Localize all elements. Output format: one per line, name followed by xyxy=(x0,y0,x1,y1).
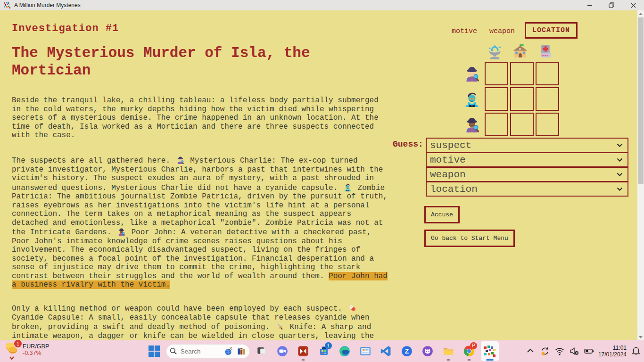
folder-icon xyxy=(442,345,454,357)
chevron-down-icon xyxy=(617,173,623,177)
restore-button[interactable] xyxy=(601,0,622,10)
media-app-button[interactable] xyxy=(294,341,312,361)
z-app-button[interactable]: Z xyxy=(398,341,416,361)
yarn-icon xyxy=(224,346,234,356)
system-settings-button[interactable] xyxy=(356,341,374,361)
grid-cell[interactable] xyxy=(536,87,559,111)
game-app-icon xyxy=(484,345,496,357)
svg-text:Z: Z xyxy=(405,348,409,355)
windows-logo-icon xyxy=(148,345,160,357)
guess-selects: suspect motive weapon location xyxy=(426,138,628,197)
dagger-icon xyxy=(275,322,284,331)
grid-cell[interactable] xyxy=(485,113,508,136)
task-view-button[interactable] xyxy=(253,341,271,361)
tray-time: 11:01 xyxy=(598,345,627,351)
battery-icon[interactable] xyxy=(584,346,594,356)
investigation-number: Investigation #1 xyxy=(12,23,119,34)
suspect-select-value: suspect xyxy=(430,140,471,151)
video-chat-icon xyxy=(276,345,289,357)
tab-motive[interactable]: motive xyxy=(452,27,477,35)
case-title: The Mysterious Murder of Isla, the Morti… xyxy=(12,44,342,79)
volume-muted-icon[interactable] xyxy=(569,346,579,356)
weather-finance-widget[interactable]: 1 EUR/GBP -0.37% xyxy=(5,342,49,358)
grid-cell[interactable] xyxy=(485,62,508,85)
detective-icon xyxy=(176,156,185,165)
suspects-paragraph: The suspects are all gathered here. Myst… xyxy=(12,156,390,289)
deduction-grid xyxy=(463,62,559,136)
tab-location-active[interactable]: LOCATION xyxy=(525,22,578,39)
red-x-app-icon xyxy=(297,345,309,357)
taskbar: 1 EUR/GBP -0.37% xyxy=(0,340,644,362)
vscode-button[interactable] xyxy=(377,341,395,361)
hidden-icons-chevron[interactable] xyxy=(525,346,536,356)
game-app-button-active[interactable] xyxy=(481,341,499,361)
grid-cell[interactable] xyxy=(536,113,559,136)
tray-date: 17/01/2024 xyxy=(598,351,627,358)
window-title: A Million Murder Mysteries xyxy=(14,2,81,8)
hospital-icon xyxy=(537,43,554,60)
wifi-icon[interactable] xyxy=(554,346,565,356)
task-view-icon xyxy=(256,345,268,357)
edge-button[interactable] xyxy=(336,341,354,361)
back-to-start-menu-button[interactable]: Go back to Start Menu xyxy=(424,230,515,247)
location-column-headers xyxy=(486,43,554,60)
sync-status-icon[interactable] xyxy=(540,346,550,356)
suspect-select[interactable]: suspect xyxy=(426,138,628,153)
weapons-paragraph: Only a killing method or weapon could ha… xyxy=(12,304,390,340)
grid-row-patricia xyxy=(463,87,559,111)
clock[interactable]: 11:01 17/01/2024 xyxy=(598,345,627,358)
search-box[interactable] xyxy=(166,344,250,359)
location-select-value: location xyxy=(430,184,478,195)
file-explorer-button[interactable] xyxy=(439,341,457,361)
pill-icon xyxy=(348,304,357,313)
chrome-profile-badge: P xyxy=(470,342,477,349)
z-app-icon: Z xyxy=(401,345,413,357)
grid-cell[interactable] xyxy=(536,62,559,85)
grid-cell[interactable] xyxy=(510,87,534,111)
running-indicator xyxy=(468,359,471,361)
books-icon xyxy=(237,346,246,356)
github-icon xyxy=(421,345,434,357)
github-button[interactable] xyxy=(419,341,437,361)
chat-app-button[interactable] xyxy=(273,341,291,361)
close-button[interactable] xyxy=(622,0,644,10)
fountain-icon xyxy=(486,43,504,60)
scroll-up-arrow[interactable] xyxy=(637,10,644,17)
control-panel-icon xyxy=(359,345,372,357)
down-caret-icon xyxy=(9,356,14,360)
school-icon xyxy=(512,43,529,60)
tab-weapon[interactable]: weapon xyxy=(489,27,515,35)
search-icon xyxy=(170,347,177,355)
weapons-lead: Only a killing method or weapon could ha… xyxy=(12,304,347,313)
chevron-down-icon xyxy=(617,143,623,148)
app-icon xyxy=(4,2,10,8)
grid-cell[interactable] xyxy=(510,113,534,136)
store-badge: 1 xyxy=(325,342,332,349)
scroll-down-arrow[interactable] xyxy=(637,334,644,340)
grid-row-john xyxy=(463,113,559,136)
location-select[interactable]: location xyxy=(426,181,628,197)
start-button[interactable] xyxy=(145,341,163,361)
minimize-button[interactable] xyxy=(579,0,601,10)
chrome-button[interactable]: P xyxy=(460,341,478,361)
accuse-button[interactable]: Accuse xyxy=(424,206,460,223)
chevron-down-icon xyxy=(617,158,623,162)
grid-cell[interactable] xyxy=(485,87,508,111)
store-button[interactable]: 1 xyxy=(315,341,333,361)
running-indicator xyxy=(447,359,450,361)
motive-select-value: motive xyxy=(430,155,466,165)
search-input[interactable] xyxy=(181,348,221,355)
scrollbar-thumb[interactable] xyxy=(638,17,644,184)
widget-badge: 1 xyxy=(14,340,22,347)
scrollbar[interactable] xyxy=(637,10,644,340)
edge-icon xyxy=(339,345,351,357)
zombie-icon xyxy=(343,183,352,192)
notification-bell-icon[interactable] xyxy=(631,346,641,356)
suspects-lead: The suspects are all gathered here. xyxy=(12,156,175,165)
motive-select[interactable]: motive xyxy=(426,152,628,167)
weapon-select[interactable]: weapon xyxy=(426,167,628,182)
grid-row-charlie xyxy=(463,62,559,85)
grid-cell[interactable] xyxy=(510,62,534,85)
window-titlebar: A Million Murder Mysteries xyxy=(0,0,644,10)
weapon-select-value: weapon xyxy=(430,169,466,180)
